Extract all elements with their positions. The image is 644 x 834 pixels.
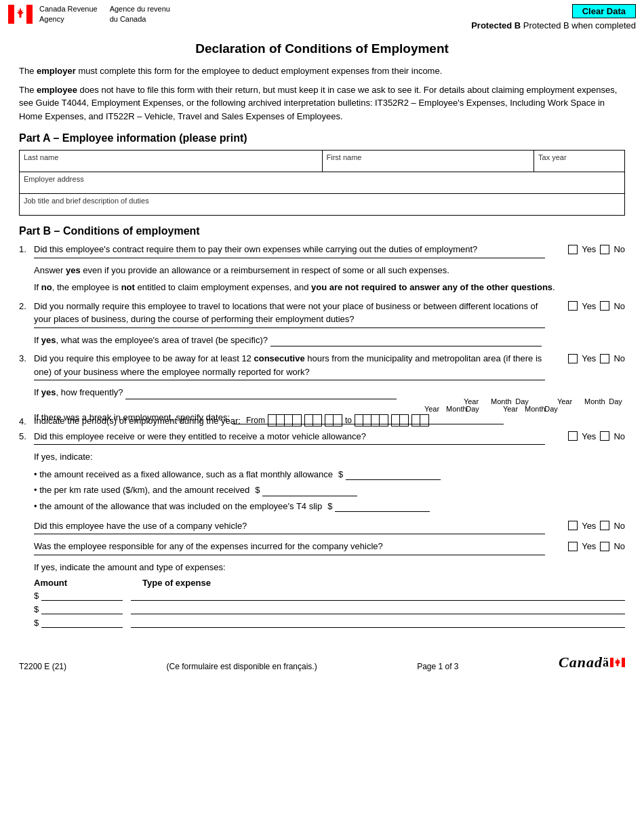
q3-yes-label: Yes	[582, 353, 596, 363]
if-yes-indicate: If yes, indicate the amount and type of …	[34, 561, 625, 574]
french-note: (Ce formulaire est disponible en françai…	[167, 662, 317, 671]
tax-year-label: Tax year	[538, 153, 620, 161]
q5-amount3-field[interactable]	[335, 501, 430, 512]
q1-divider	[34, 258, 545, 258]
resp-yes-no: Yes No	[550, 540, 625, 551]
q5-text: Did this employee receive or were they e…	[34, 430, 550, 447]
q5-no-checkbox[interactable]	[600, 431, 609, 441]
q5-yes-no: Yes No	[550, 430, 625, 441]
intro-paragraph-2: The employee does not have to file this …	[19, 83, 625, 123]
q2-no-label: No	[613, 301, 625, 311]
q3-number: 3.	[19, 352, 34, 363]
cv-no-label: No	[613, 521, 625, 531]
responsible-text: Was the employee responsible for any of …	[34, 541, 383, 551]
cv-yes-checkbox[interactable]	[568, 521, 578, 530]
q5-bullet1-text: • the amount received as a fixed allowan…	[34, 468, 333, 482]
cv-yes-no: Yes No	[550, 519, 625, 531]
part-a-heading: Part A – Employee information (please pr…	[19, 132, 625, 144]
q1-no-checkbox[interactable]	[600, 245, 609, 254]
page-number: Page 1 of 3	[417, 662, 458, 671]
expense-field-1[interactable]	[131, 590, 625, 601]
amount-row-2: $	[34, 603, 625, 614]
expense-field-2[interactable]	[131, 603, 625, 614]
agency-name-fr: Agence du revenu du Canada	[110, 4, 170, 25]
question-4: Year Month Day Year Month Day 4. In	[19, 405, 625, 424]
q5-yes-label: Yes	[582, 431, 596, 441]
svg-rect-0	[8, 5, 14, 24]
part-b-heading: Part B – Conditions of employment	[19, 225, 625, 237]
q1-yes-checkbox[interactable]	[568, 245, 578, 254]
cv-no-checkbox[interactable]	[600, 521, 609, 530]
resp-yes-label: Yes	[582, 541, 596, 551]
first-name-label: First name	[327, 153, 530, 161]
type-col-header: Type of expense	[142, 578, 211, 588]
footer: T2200 E (21) (Ce formulaire est disponib…	[0, 647, 644, 677]
resp-no-label: No	[613, 541, 625, 551]
q2-no-checkbox[interactable]	[600, 301, 609, 311]
svg-rect-5	[610, 658, 613, 667]
form-title: Declaration of Conditions of Employment	[19, 41, 625, 56]
q4-to-headers: Year Month Day	[498, 405, 559, 413]
canada-wordmark: Canad ä	[559, 654, 625, 671]
question-2-row: 2. Did you normally require this employe…	[19, 300, 625, 330]
amount-field-3[interactable]	[41, 617, 123, 628]
q3-no-checkbox[interactable]	[600, 354, 609, 363]
q2-yes-checkbox[interactable]	[568, 301, 578, 311]
dollar-r1: $	[34, 591, 39, 601]
employer-address-label: Employer address	[24, 175, 620, 183]
amount-type-headers: Amount Type of expense	[34, 578, 625, 588]
question-1-row: 1. Did this employee's contract require …	[19, 243, 625, 260]
q3-no-label: No	[613, 353, 625, 363]
amount-type-section: Amount Type of expense $ $ $	[34, 578, 625, 628]
cv-yes-label: Yes	[582, 521, 596, 531]
q3-text: Did you require this employee to be away…	[34, 352, 550, 382]
part-a-table: Last name First name Tax year Employer a…	[19, 150, 625, 216]
responsible-row: Was the employee responsible for any of …	[19, 540, 625, 557]
q2-divider	[34, 327, 545, 328]
q1-number: 1.	[19, 243, 34, 254]
q3-yes-checkbox[interactable]	[568, 354, 578, 363]
logo-area: Canada Revenue Agency Agence du revenu d…	[8, 4, 170, 25]
expense-field-3[interactable]	[131, 617, 625, 628]
agency-name-en: Canada Revenue Agency	[39, 4, 98, 25]
q5-if-yes: If yes, indicate:	[34, 450, 625, 464]
form-code: T2200 E (21)	[19, 662, 66, 671]
q2-yes-label: Yes	[582, 301, 596, 311]
amount-row-1: $	[34, 590, 625, 601]
resp-spacer	[19, 540, 34, 541]
q1-yes-label: Yes	[582, 244, 596, 254]
amount-field-1[interactable]	[41, 590, 123, 601]
q5-yes-checkbox[interactable]	[568, 431, 578, 441]
canada-wordmark-a: ä	[603, 656, 609, 670]
cv-spacer	[19, 519, 34, 521]
q5-amount2-field[interactable]	[262, 485, 357, 496]
svg-rect-9	[616, 664, 618, 667]
question-3: 3. Did you require this employee to be a…	[19, 352, 625, 399]
question-1: 1. Did this employee's contract require …	[19, 243, 625, 294]
amount-col-header: Amount	[34, 578, 129, 588]
resp-divider	[34, 555, 545, 555]
main-content: Declaration of Conditions of Employment …	[0, 33, 644, 641]
q5-amount1-field[interactable]	[346, 469, 441, 480]
q5-no-label: No	[613, 431, 625, 441]
job-title-label: Job title and brief description of dutie…	[24, 197, 620, 205]
svg-rect-2	[26, 5, 33, 24]
q3-sub1: If yes, how frequently?	[34, 386, 625, 399]
resp-text: Was the employee responsible for any of …	[34, 540, 550, 557]
question-2: 2. Did you normally require this employe…	[19, 300, 625, 347]
q4-break-field[interactable]	[233, 414, 504, 424]
q5-bullet2-text: • the per km rate used ($/km), and the a…	[34, 483, 249, 498]
question-5: 5. Did this employee receive or were the…	[19, 430, 625, 629]
q1-no-label: No	[613, 244, 625, 254]
question-3-row: 3. Did you require this employee to be a…	[19, 352, 625, 382]
resp-yes-checkbox[interactable]	[568, 542, 578, 551]
q3-freq-field[interactable]	[125, 389, 397, 399]
amount-field-2[interactable]	[41, 603, 123, 614]
canada-flag-icon	[8, 5, 33, 24]
clear-data-button[interactable]: Clear Data	[572, 4, 636, 18]
q5-bullet1-row: • the amount received as a fixed allowan…	[34, 468, 625, 482]
company-vehicle-text: Did this employee have the use of a comp…	[34, 521, 247, 531]
q2-travel-field[interactable]	[270, 336, 542, 346]
resp-no-checkbox[interactable]	[600, 542, 609, 551]
protected-b-label: Protected B Protected B when completed	[471, 20, 636, 31]
